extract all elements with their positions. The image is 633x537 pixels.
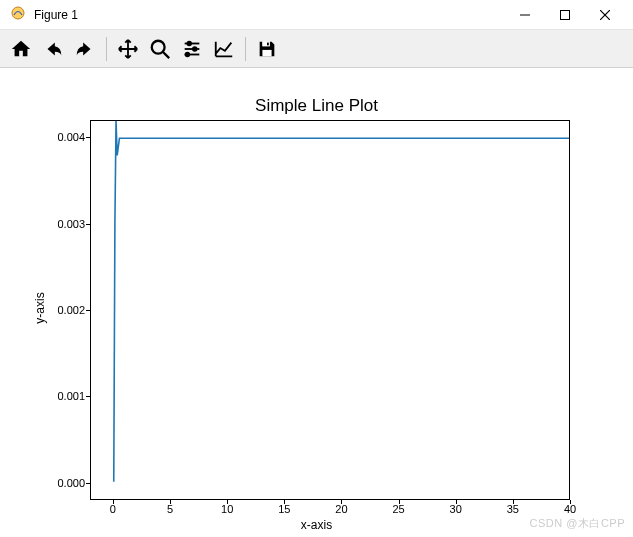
x-tick-label: 40 xyxy=(564,503,576,515)
y-tick-label: 0.000 xyxy=(35,477,85,489)
close-button[interactable] xyxy=(585,1,625,29)
save-button[interactable] xyxy=(252,34,282,64)
minimize-button[interactable] xyxy=(505,1,545,29)
x-tick-label: 5 xyxy=(167,503,173,515)
y-tick-label: 0.003 xyxy=(35,218,85,230)
configure-subplots-button[interactable] xyxy=(177,34,207,64)
y-tick-label: 0.002 xyxy=(35,304,85,316)
svg-point-5 xyxy=(152,40,165,53)
window-titlebar: Figure 1 xyxy=(0,0,633,30)
x-tick-label: 0 xyxy=(110,503,116,515)
x-tick-mark xyxy=(227,500,228,504)
maximize-button[interactable] xyxy=(545,1,585,29)
toolbar-separator xyxy=(245,37,246,61)
x-tick-mark xyxy=(341,500,342,504)
window-title: Figure 1 xyxy=(34,8,78,22)
y-tick-mark xyxy=(86,396,90,397)
toolbar-separator xyxy=(106,37,107,61)
svg-rect-14 xyxy=(267,42,269,45)
x-tick-mark xyxy=(456,500,457,504)
chart-title: Simple Line Plot xyxy=(0,96,633,116)
svg-point-12 xyxy=(186,52,190,56)
x-tick-label: 25 xyxy=(392,503,404,515)
y-tick-label: 0.004 xyxy=(35,131,85,143)
x-tick-label: 35 xyxy=(507,503,519,515)
y-tick-mark xyxy=(86,224,90,225)
x-tick-mark xyxy=(399,500,400,504)
back-button[interactable] xyxy=(38,34,68,64)
svg-point-8 xyxy=(187,41,191,45)
x-tick-label: 30 xyxy=(450,503,462,515)
svg-point-10 xyxy=(193,47,197,51)
x-tick-label: 20 xyxy=(335,503,347,515)
x-tick-mark xyxy=(513,500,514,504)
x-tick-mark xyxy=(113,500,114,504)
edit-axes-button[interactable] xyxy=(209,34,239,64)
svg-rect-2 xyxy=(561,10,570,19)
zoom-button[interactable] xyxy=(145,34,175,64)
x-tick-mark xyxy=(170,500,171,504)
x-tick-mark xyxy=(570,500,571,504)
y-tick-mark xyxy=(86,483,90,484)
svg-rect-15 xyxy=(262,49,271,55)
svg-line-6 xyxy=(163,51,169,57)
x-tick-label: 10 xyxy=(221,503,233,515)
y-tick-mark xyxy=(86,310,90,311)
app-icon xyxy=(10,5,26,24)
x-tick-mark xyxy=(284,500,285,504)
chart-line xyxy=(91,121,569,499)
titlebar-left: Figure 1 xyxy=(10,5,78,24)
pan-button[interactable] xyxy=(113,34,143,64)
y-tick-label: 0.001 xyxy=(35,390,85,402)
watermark: CSDN @木白CPP xyxy=(529,516,625,531)
chart-axes xyxy=(90,120,570,500)
plot-area[interactable]: Simple Line Plot y-axis x-axis 0.0000.00… xyxy=(0,68,633,537)
window-controls xyxy=(505,1,625,29)
svg-point-0 xyxy=(12,7,24,19)
toolbar xyxy=(0,30,633,68)
x-tick-label: 15 xyxy=(278,503,290,515)
forward-button[interactable] xyxy=(70,34,100,64)
home-button[interactable] xyxy=(6,34,36,64)
y-tick-mark xyxy=(86,137,90,138)
